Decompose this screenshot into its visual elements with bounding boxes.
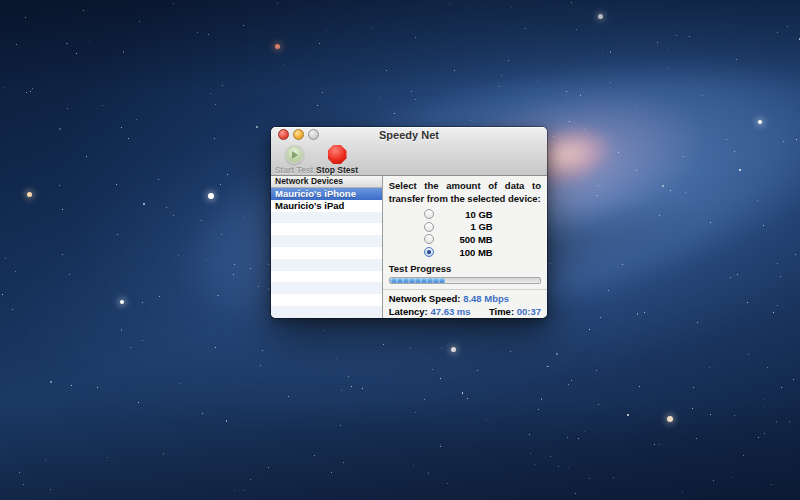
network-speed-value: 8.48 Mbps (463, 293, 509, 304)
device-row-iphone[interactable]: Mauricio's iPhone (271, 188, 382, 200)
radio-option-500mb[interactable]: 500 MB (383, 233, 547, 246)
stop-test-button[interactable]: Stop Stest (314, 145, 360, 175)
empty-device-row[interactable] (271, 271, 382, 283)
radio-icon[interactable] (424, 247, 434, 257)
speedy-net-window: Speedy Net Start Test Stop Stest Network… (271, 127, 547, 318)
window-content: Network Devices Mauricio's iPhone Mauric… (271, 176, 547, 318)
empty-device-row[interactable] (271, 247, 382, 259)
stats-area: Network Speed: 8.48 Mbps Latency: 47.63 … (389, 292, 541, 318)
network-speed-label: Network Speed: (389, 293, 461, 304)
empty-device-row[interactable] (271, 212, 382, 224)
window-header[interactable]: Speedy Net Start Test Stop Stest (271, 127, 547, 176)
start-test-label: Start Test (275, 165, 314, 175)
time-value: 00:37 (517, 306, 541, 317)
radio-option-10gb[interactable]: 10 GB (383, 208, 547, 221)
empty-device-row[interactable] (271, 282, 382, 294)
transfer-panel: Select the amount of data to transfer fr… (383, 176, 547, 318)
time-label: Time: (489, 306, 514, 317)
stop-test-label: Stop Stest (316, 165, 358, 175)
radio-option-100mb[interactable]: 100 MB (383, 246, 547, 259)
radio-icon[interactable] (424, 222, 434, 232)
empty-device-row[interactable] (271, 294, 382, 306)
desktop-wallpaper: Speedy Net Start Test Stop Stest Network… (0, 0, 800, 500)
radio-icon[interactable] (424, 234, 434, 244)
empty-device-rows (271, 212, 382, 318)
test-progress-bar (389, 277, 541, 284)
radio-option-1gb[interactable]: 1 GB (383, 221, 547, 234)
stats-separator (383, 289, 547, 290)
latency-label: Latency: (389, 306, 428, 317)
play-icon (285, 145, 304, 164)
empty-device-row[interactable] (271, 223, 382, 235)
network-devices-list: Network Devices Mauricio's iPhone Mauric… (271, 176, 383, 318)
latency-value: 47.63 ms (430, 306, 470, 317)
radio-label: 100 MB (443, 247, 493, 258)
network-speed-line: Network Speed: 8.48 Mbps (389, 292, 541, 305)
empty-device-row[interactable] (271, 235, 382, 247)
start-test-button[interactable]: Start Test (271, 145, 317, 175)
stop-octagon-icon (328, 145, 347, 164)
window-title: Speedy Net (271, 128, 547, 143)
test-progress-fill (390, 278, 446, 283)
radio-label: 1 GB (443, 221, 493, 232)
test-progress-label: Test Progress (389, 263, 547, 274)
device-row-ipad[interactable]: Mauricio's iPad (271, 200, 382, 212)
data-amount-options: 10 GB 1 GB 500 MB 100 MB (383, 208, 547, 258)
latency-time-line: Latency: 47.63 ms Time: 00:37 (389, 305, 541, 318)
network-devices-header: Network Devices (271, 176, 382, 188)
radio-label: 500 MB (443, 234, 493, 245)
empty-device-row[interactable] (271, 306, 382, 318)
instruction-text: Select the amount of data to transfer fr… (389, 180, 541, 205)
radio-label: 10 GB (443, 209, 493, 220)
empty-device-row[interactable] (271, 259, 382, 271)
radio-icon[interactable] (424, 209, 434, 219)
